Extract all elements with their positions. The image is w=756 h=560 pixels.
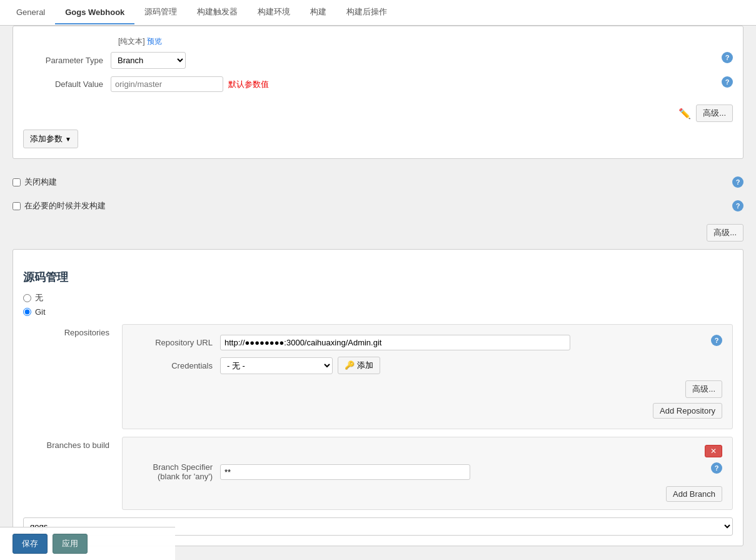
concurrent-build-checkbox[interactable] [13, 202, 21, 210]
tab-build[interactable]: 构建 [300, 0, 336, 25]
branch-specifier-row: Branch Specifier (blank for 'any') ? [133, 462, 722, 481]
preview-row: [纯文本] 预览 [23, 36, 733, 47]
add-param-btn[interactable]: 添加参数 ▼ [23, 130, 78, 148]
default-value-label: Default Value [23, 79, 111, 89]
repo-url-label: Repository URL [133, 338, 220, 347]
branch-header: ✕ [133, 445, 722, 457]
source-section-title: 源码管理 [23, 270, 733, 285]
branch-specifier-input[interactable] [220, 464, 470, 480]
credentials-control: - 无 - 🔑 添加 [220, 357, 722, 374]
default-value-input[interactable] [111, 76, 223, 92]
repo-url-control [220, 335, 707, 350]
tab-source-mgmt[interactable]: 源码管理 [134, 0, 187, 25]
tab-bar: General Gogs Webhook 源码管理 构建触发器 构建环境 构建 … [0, 0, 756, 26]
default-value-row: Default Value 默认参数值 ? [23, 76, 733, 99]
branches-content: ✕ Branch Specifier (blank for 'any') [122, 437, 733, 510]
radio-none-row: 无 [23, 292, 733, 303]
add-branch-wrapper: Add Branch [133, 486, 722, 502]
disable-build-checkbox[interactable] [13, 178, 21, 186]
repositories-label: Repositories [23, 324, 117, 429]
param-type-row: Parameter Type Branch Tag Revision PT Br… [23, 52, 733, 76]
param-type-help-icon[interactable]: ? [722, 52, 733, 63]
save-button[interactable]: 保存 [13, 534, 48, 554]
param-advanced-btn[interactable]: 高级... [696, 104, 733, 122]
pencil-icon[interactable]: ✏️ [678, 108, 691, 120]
bottom-bar: 保存 应用 [0, 527, 175, 560]
default-value-hint: 默认参数值 [228, 79, 269, 90]
tab-gogs-webhook[interactable]: Gogs Webhook [55, 1, 134, 24]
default-value-control: 默认参数值 [111, 76, 718, 92]
branch-specifier-control [220, 464, 707, 480]
tab-build-env[interactable]: 构建环境 [248, 0, 300, 25]
disable-build-help-icon[interactable]: ? [732, 176, 743, 188]
repositories-outer: Repositories Repository URL [23, 324, 733, 429]
param-advanced-row: ✏️ 高级... [23, 104, 733, 122]
tab-post-build[interactable]: 构建后操作 [336, 0, 397, 25]
credentials-label: Credentials [133, 361, 220, 370]
repo-url-input[interactable] [220, 335, 570, 350]
checkboxes-section: 关闭构建 ? 在必要的时候并发构建 ? [13, 169, 743, 219]
repo-url-row: Repository URL ? [133, 335, 722, 350]
add-param-arrow-icon: ▼ [65, 136, 71, 143]
apply-button[interactable]: 应用 [53, 534, 88, 554]
branch-specifier-label: Branch Specifier (blank for 'any') [133, 462, 220, 481]
repo-url-help-icon[interactable]: ? [711, 335, 722, 346]
concurrent-build-label: 在必要的时候并发构建 [24, 200, 106, 211]
credentials-row-outer: Credentials - 无 - 🔑 添加 [133, 357, 722, 374]
radio-git-row: Git [23, 307, 733, 317]
repo-card: Repository URL ? [122, 324, 733, 429]
source-section-card: 源码管理 无 Git Repositories [13, 249, 743, 546]
param-section: [纯文本] 预览 Parameter Type Branch Tag Revis… [13, 26, 743, 159]
branch-specifier-help-icon[interactable]: ? [711, 462, 722, 474]
radio-none[interactable] [23, 294, 31, 302]
add-param-label: 添加参数 [30, 133, 63, 145]
global-advanced-btn[interactable]: 高级... [707, 224, 743, 242]
branches-label: Branches to build [23, 437, 117, 510]
remove-branch-btn[interactable]: ✕ [705, 445, 722, 457]
add-repository-btn[interactable]: Add Repository [653, 403, 722, 419]
param-type-control: Branch Tag Revision PT Branch or Tag [111, 52, 718, 69]
disable-build-row: 关闭构建 [13, 176, 57, 188]
tab-build-trigger[interactable]: 构建触发器 [187, 0, 248, 25]
plain-text-label: [纯文本] [118, 37, 145, 46]
repo-advanced-btn[interactable]: 高级... [685, 380, 722, 398]
global-advanced-row: 高级... [13, 224, 743, 242]
branches-outer: Branches to build ✕ Branch Specifier (bl… [23, 437, 733, 510]
repositories-content: Repository URL ? [122, 324, 733, 429]
add-param-wrapper: 添加参数 ▼ [23, 130, 733, 148]
add-branch-btn[interactable]: Add Branch [666, 486, 722, 502]
param-type-select[interactable]: Branch Tag Revision PT Branch or Tag [111, 52, 186, 69]
param-type-label: Parameter Type [23, 56, 111, 65]
disable-build-label: 关闭构建 [24, 176, 57, 188]
tab-general[interactable]: General [6, 1, 55, 24]
radio-git[interactable] [23, 308, 31, 316]
add-credential-label: 🔑 添加 [345, 360, 373, 371]
concurrent-build-row: 在必要的时候并发构建 [13, 200, 106, 211]
concurrent-build-help-icon[interactable]: ? [732, 200, 743, 211]
radio-none-label: 无 [35, 292, 43, 303]
repo-footer: 高级... Add Repository [133, 380, 722, 419]
radio-git-label: Git [35, 307, 46, 317]
default-value-help-icon[interactable]: ? [722, 76, 733, 88]
credentials-select[interactable]: - 无 - [220, 357, 333, 374]
preview-link[interactable]: 预览 [147, 37, 162, 46]
branch-card: ✕ Branch Specifier (blank for 'any') [122, 437, 733, 510]
add-credential-btn[interactable]: 🔑 添加 [338, 357, 380, 374]
